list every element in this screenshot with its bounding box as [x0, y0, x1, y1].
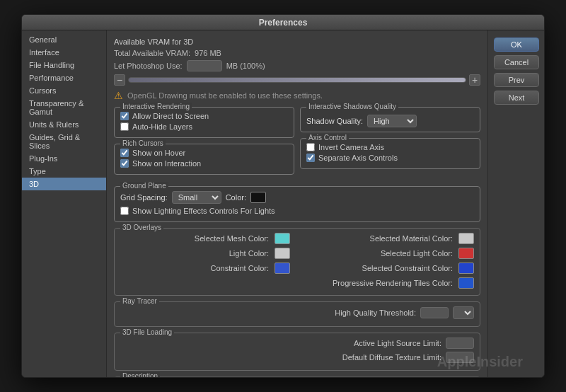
interactive-rendering-label: Interactive Rendering: [120, 103, 192, 110]
overlay-label-5: Selected Constraint Color:: [362, 264, 453, 272]
interactive-rendering-box: Interactive Rendering Allow Direct to Sc…: [114, 107, 294, 138]
main-content: Available VRAM for 3D Total Available VR…: [107, 30, 487, 377]
shadow-row: Shadow Quality: High Medium Low: [306, 115, 474, 127]
ray-tracer-label: Ray Tracer: [120, 297, 159, 305]
axis-control-box: Axis Control Invert Camera Axis Separate…: [300, 138, 480, 169]
slider-row: − +: [114, 74, 480, 86]
shadow-quality-box: Interactive Shadows Quality Shadow Quali…: [300, 107, 480, 132]
allow-direct-label: Allow Direct to Screen: [132, 112, 209, 120]
slider-minus-btn[interactable]: −: [114, 74, 125, 86]
description-label: Description: [120, 372, 160, 377]
sidebar-item-type[interactable]: Type: [22, 165, 106, 178]
window-title: Preferences: [259, 18, 308, 28]
show-on-hover-label: Show on Hover: [132, 149, 185, 157]
overlay-label-2: Light Color:: [229, 249, 269, 258]
overlay-label-1: Selected Material Color:: [370, 234, 453, 243]
total-vram-label: Total Available VRAM:: [114, 49, 190, 57]
overlays-section: 3D Overlays Selected Mesh Color: Selecte…: [114, 228, 480, 296]
overlay-row-5: Selected Constraint Color:: [304, 263, 474, 274]
diffuse-label: Default Diffuse Texture Limit:: [342, 353, 441, 362]
grid-spacing-row: Grid Spacing: Small Medium Large Color:: [120, 191, 474, 204]
shadow-quality-select[interactable]: High Medium Low: [367, 115, 417, 127]
total-vram-row: Total Available VRAM: 976 MB: [114, 49, 480, 57]
sidebar-item-transparency[interactable]: Transparency & Gamut: [22, 97, 106, 118]
ray-threshold-input[interactable]: 5: [420, 307, 449, 318]
cancel-button[interactable]: Cancel: [494, 55, 539, 69]
overlay-row-1: Selected Material Color:: [304, 233, 474, 244]
invert-camera-row: Invert Camera Axis: [306, 143, 474, 151]
show-on-hover-checkbox[interactable]: [120, 149, 129, 157]
sidebar-item-performance[interactable]: Performance: [22, 71, 106, 84]
overlay-swatch-6[interactable]: [458, 277, 474, 289]
ok-button[interactable]: OK: [494, 38, 539, 52]
separate-axis-label: Separate Axis Controls: [318, 154, 398, 162]
overlay-swatch-5[interactable]: [458, 263, 474, 274]
vram-slider[interactable]: [128, 77, 466, 83]
vram-title: Available VRAM for 3D: [114, 38, 480, 46]
overlay-row-0: Selected Mesh Color:: [120, 233, 290, 244]
overlay-swatch-4[interactable]: [275, 263, 290, 274]
overlay-row-4: Constraint Color:: [120, 263, 290, 274]
show-lighting-label: Show Lighting Effects Controls For Light…: [132, 207, 275, 215]
total-vram-value: 976 MB: [195, 49, 221, 57]
show-on-hover-row: Show on Hover: [120, 149, 288, 157]
ray-threshold-row: High Quality Threshold: 5 5: [120, 306, 474, 319]
grid-spacing-select[interactable]: Small Medium Large: [172, 191, 221, 204]
left-rendering-col: Interactive Rendering Allow Direct to Sc…: [114, 107, 294, 180]
active-light-label: Active Light Source Limit:: [354, 339, 441, 347]
let-photoshop-label: Let Photoshop Use:: [114, 62, 183, 70]
allow-direct-checkbox[interactable]: [120, 112, 129, 120]
show-on-interaction-label: Show on Interaction: [132, 159, 201, 168]
ray-tracer-section: Ray Tracer High Quality Threshold: 5 5: [114, 301, 480, 327]
sidebar: General Interface File Handling Performa…: [22, 30, 107, 377]
sidebar-item-guides[interactable]: Guides, Grid & Slices: [22, 131, 106, 152]
sidebar-item-general[interactable]: General: [22, 33, 106, 46]
vram-input[interactable]: 976: [187, 60, 222, 71]
shadow-quality-label: Interactive Shadows Quality: [306, 103, 398, 110]
overlay-swatch-2[interactable]: [275, 248, 290, 259]
ground-color-swatch[interactable]: [250, 192, 266, 203]
overlay-row-3: Selected Light Color:: [304, 248, 474, 259]
warning-icon: ⚠: [114, 90, 123, 101]
overlay-label-4: Constraint Color:: [210, 264, 269, 272]
active-light-input[interactable]: 8: [446, 338, 474, 349]
overlay-swatch-3[interactable]: [458, 248, 474, 259]
sidebar-item-units[interactable]: Units & Rulers: [22, 118, 106, 131]
sidebar-item-3d[interactable]: 3D: [22, 178, 106, 190]
grid-spacing-label: Grid Spacing:: [120, 193, 168, 202]
diffuse-input[interactable]: 110: [446, 352, 474, 363]
ground-plane-box: Ground Plane Grid Spacing: Small Medium …: [114, 186, 480, 222]
overlay-label-6: Progressive Rendering Tiles Color:: [333, 279, 453, 287]
sidebar-item-cursors[interactable]: Cursors: [22, 84, 106, 97]
warning-row: ⚠ OpenGL Drawing must be enabled to use …: [114, 90, 480, 101]
auto-hide-checkbox[interactable]: [120, 122, 129, 131]
auto-hide-row: Auto-Hide Layers: [120, 122, 288, 131]
sidebar-item-interface[interactable]: Interface: [22, 46, 106, 59]
ray-threshold-select[interactable]: 5: [453, 306, 474, 319]
auto-hide-label: Auto-Hide Layers: [132, 122, 192, 131]
overlay-swatch-1[interactable]: [458, 233, 474, 244]
overlay-swatch-0[interactable]: [275, 233, 290, 244]
sidebar-item-file-handling[interactable]: File Handling: [22, 59, 106, 71]
sidebar-item-plugins[interactable]: Plug-Ins: [22, 152, 106, 165]
shadow-quality-text: Shadow Quality:: [306, 117, 363, 125]
slider-plus-btn[interactable]: +: [469, 74, 480, 86]
separate-axis-checkbox[interactable]: [306, 154, 315, 162]
description-section: Description 3D Overlays: Specifies color…: [114, 376, 480, 377]
ground-plane-label: Ground Plane: [120, 182, 168, 190]
title-bar: Preferences: [22, 15, 544, 30]
show-lighting-checkbox[interactable]: [120, 207, 129, 215]
show-on-interaction-checkbox[interactable]: [120, 159, 129, 168]
vram-percent: MB (100%): [226, 62, 265, 70]
ray-threshold-label: High Quality Threshold:: [335, 309, 416, 317]
rendering-area: Interactive Rendering Allow Direct to Sc…: [114, 107, 480, 180]
rich-cursors-label: Rich Cursors: [120, 139, 166, 147]
overlays-label: 3D Overlays: [120, 224, 163, 231]
next-button[interactable]: Next: [494, 91, 539, 105]
show-lighting-row: Show Lighting Effects Controls For Light…: [120, 207, 474, 215]
warning-text: OpenGL Drawing must be enabled to use th…: [127, 91, 323, 100]
invert-camera-checkbox[interactable]: [306, 143, 315, 151]
button-panel: OK Cancel Prev Next: [487, 30, 544, 377]
diffuse-row: Default Diffuse Texture Limit: 110: [120, 352, 474, 363]
prev-button[interactable]: Prev: [494, 73, 539, 87]
